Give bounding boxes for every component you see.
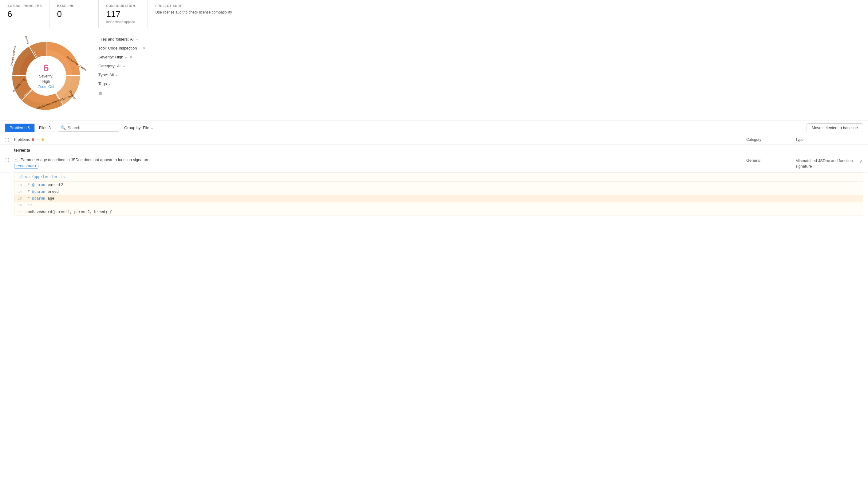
dot-yellow — [42, 139, 44, 141]
project-audit-label: PROJECT AUDIT — [155, 4, 232, 8]
actual-problems-card: ACTUAL PROBLEMS 6 — [0, 0, 50, 28]
dot-red — [32, 139, 34, 141]
baseline-value: 0 — [57, 9, 91, 19]
baseline-card: BASELINE 0 — [50, 0, 99, 28]
tab-group: Problems 6 Files 3 — [5, 124, 55, 132]
donut-chart: Mismatched JSDoc... General Void functio… — [6, 36, 86, 116]
tab-files[interactable]: Files 3 — [34, 124, 55, 132]
filter-severity[interactable]: Severity: High ⌄ ✕ — [98, 55, 146, 59]
problem-checkbox-col — [5, 157, 14, 162]
search-input[interactable] — [68, 125, 117, 130]
problem-category-col: General — [746, 157, 795, 163]
actual-problems-value: 6 — [7, 9, 42, 19]
group-by-label: Group by: File — [124, 125, 149, 130]
search-box[interactable]: 🔍 — [58, 124, 119, 131]
stats-bar: ACTUAL PROBLEMS 6 BASELINE 0 CONFIGURATI… — [0, 0, 868, 28]
problem-title: ⚠ Parameter age described in JSDoc does … — [14, 157, 746, 162]
select-all-checkbox[interactable] — [5, 138, 9, 142]
file-group-name: terrier.ts — [14, 148, 30, 152]
filter-files-folders[interactable]: Files and folders: All ⌄ — [98, 37, 146, 42]
problem-title-text: Parameter age described in JSDoc does no… — [21, 157, 149, 162]
group-by-chevron: ⌄ — [151, 126, 153, 130]
move-baseline-button[interactable]: Move selected to baseline — [807, 123, 863, 132]
problem-type-col: Mismatched JSDoc and function signature … — [795, 157, 863, 169]
problems-body: terrier.ts ⚠ Parameter age described in … — [0, 145, 868, 216]
problem-row: ⚠ Parameter age described in JSDoc does … — [0, 154, 868, 173]
project-audit-value: Use license audit to check license compa… — [155, 9, 232, 15]
expand-icon[interactable]: ∧ — [860, 158, 863, 164]
severity-arrow: → — [36, 138, 40, 142]
filter-tool[interactable]: Tool: Code Inspection ⌄ ✕ — [98, 46, 146, 50]
file-group-terrier: terrier.ts ⚠ Parameter age described in … — [0, 145, 868, 216]
tool-filter-close[interactable]: ✕ — [143, 46, 146, 50]
lang-badge: TYPESCRIPT — [14, 164, 39, 169]
file-icon: 📄 — [18, 175, 23, 179]
problem-content-col: ⚠ Parameter age described in JSDoc does … — [14, 157, 746, 169]
type-col-header: Type — [795, 138, 863, 142]
bookmark-filter[interactable]: ☗ — [98, 91, 146, 96]
code-lines: 13 * @param parent2 14 * @param breed 15… — [15, 182, 863, 216]
svg-text:Unused local symbol: Unused local symbol — [18, 36, 30, 44]
actual-problems-label: ACTUAL PROBLEMS — [7, 4, 42, 8]
baseline-label: BASELINE — [57, 4, 91, 8]
toolbar: Problems 6 Files 3 🔍 Group by: File ⌄ Mo… — [0, 121, 868, 135]
category-col-header: Category — [746, 138, 795, 142]
code-line-15: 15 * @param age — [15, 195, 863, 202]
code-file-link[interactable]: 📄 src/app/terrier.ts — [15, 173, 863, 182]
configuration-label: CONFIGURATION — [106, 4, 140, 8]
problem-type-text: Mismatched JSDoc and function signature — [795, 158, 860, 169]
configuration-sub: Inspections applied — [106, 20, 140, 24]
code-line-16: 16 */ — [15, 202, 863, 209]
project-audit-card: PROJECT AUDIT Use license audit to check… — [148, 0, 239, 28]
configuration-value: 117 — [106, 9, 140, 19]
code-view: 📄 src/app/terrier.ts 13 * @param parent2… — [14, 173, 863, 216]
filters-panel: Files and folders: All ⌄ Tool: Code Insp… — [98, 36, 146, 96]
severity-filter-close[interactable]: ✕ — [129, 55, 132, 59]
filter-category[interactable]: Category: All ⌄ — [98, 64, 146, 68]
file-group-header: terrier.ts — [0, 145, 868, 154]
code-line-13: 13 * @param parent2 — [15, 182, 863, 189]
configuration-card: CONFIGURATION 117 Inspections applied — [99, 0, 148, 28]
code-file-path: src/app/terrier.ts — [25, 175, 65, 179]
bookmark-icon[interactable]: ☗ — [98, 91, 103, 96]
problems-col-header: Problems → — [14, 138, 746, 142]
tab-problems[interactable]: Problems 6 — [5, 124, 34, 132]
code-line-14: 14 * @param breed — [15, 189, 863, 195]
warning-icon: ⚠ — [14, 157, 18, 162]
filter-tags[interactable]: Tags ⌄ — [98, 81, 146, 86]
group-by-dropdown[interactable]: Group by: File ⌄ — [122, 124, 156, 131]
search-icon: 🔍 — [60, 125, 66, 130]
code-line-17: 17 canHaveAward(parent1, parent2, breed)… — [15, 209, 863, 216]
filter-type[interactable]: Type: All ⌄ — [98, 73, 146, 77]
top-section: Mismatched JSDoc... General Void functio… — [0, 28, 868, 121]
problem-checkbox[interactable] — [5, 158, 9, 162]
problems-table-header: Problems → Category Type — [0, 135, 868, 145]
